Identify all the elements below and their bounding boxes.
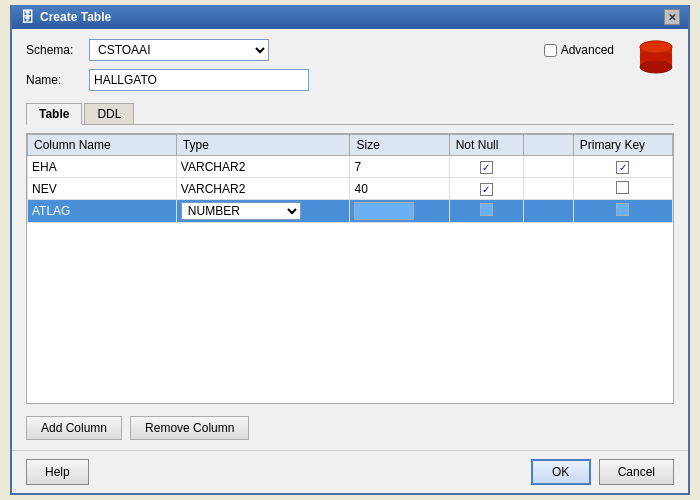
add-column-button[interactable]: Add Column <box>26 416 122 440</box>
name-label: Name: <box>26 73 81 87</box>
not-null-checkbox[interactable] <box>480 203 493 216</box>
close-button[interactable]: ✕ <box>664 9 680 25</box>
col-header-type: Type <box>176 135 350 156</box>
col-header-size: Size <box>350 135 449 156</box>
cell-type[interactable]: NUMBER VARCHAR2 DATE CHAR INTEGER FLOAT <box>176 200 350 223</box>
svg-point-4 <box>640 41 672 53</box>
table-row: ATLAG NUMBER VARCHAR2 DATE CHAR INTEGER … <box>28 200 673 223</box>
remove-column-button[interactable]: Remove Column <box>130 416 249 440</box>
not-null-checkbox[interactable] <box>480 161 493 174</box>
table-row: NEV VARCHAR2 40 <box>28 178 673 200</box>
cell-not-null[interactable] <box>449 200 523 223</box>
action-buttons-row: Add Column Remove Column <box>26 416 674 440</box>
cell-name: EHA <box>28 156 177 178</box>
dialog-footer: Help OK Cancel <box>12 450 688 493</box>
name-row: Name: <box>26 69 674 91</box>
cell-empty <box>524 200 574 223</box>
cell-type: VARCHAR2 <box>176 178 350 200</box>
ok-button[interactable]: OK <box>531 459 591 485</box>
cancel-button[interactable]: Cancel <box>599 459 674 485</box>
help-button[interactable]: Help <box>26 459 89 485</box>
pk-checkbox[interactable] <box>616 161 629 174</box>
cell-type: VARCHAR2 <box>176 156 350 178</box>
advanced-label: Advanced <box>561 43 614 57</box>
title-bar: 🗄 Create Table ✕ <box>12 5 688 29</box>
cell-empty <box>524 178 574 200</box>
cell-name: NEV <box>28 178 177 200</box>
db-icon <box>638 39 674 82</box>
pk-checkbox[interactable] <box>616 203 629 216</box>
type-dropdown[interactable]: NUMBER VARCHAR2 DATE CHAR INTEGER FLOAT <box>181 202 301 220</box>
col-header-name: Column Name <box>28 135 177 156</box>
cell-size[interactable] <box>350 200 449 223</box>
size-input[interactable] <box>354 202 414 220</box>
columns-table: Column Name Type Size Not Null Primary K… <box>27 134 673 223</box>
dialog-icon: 🗄 <box>20 9 34 25</box>
schema-select[interactable]: CSTOAAI <box>89 39 269 61</box>
advanced-checkbox[interactable] <box>544 44 557 57</box>
cell-not-null[interactable] <box>449 178 523 200</box>
dialog-body: Schema: CSTOAAI Advanced <box>12 29 688 450</box>
name-input[interactable] <box>89 69 309 91</box>
cell-not-null[interactable] <box>449 156 523 178</box>
col-header-pk: Primary Key <box>573 135 672 156</box>
cell-pk[interactable] <box>573 200 672 223</box>
schema-row: Schema: CSTOAAI Advanced <box>26 39 674 61</box>
cell-name: ATLAG <box>28 200 177 223</box>
columns-table-container: Column Name Type Size Not Null Primary K… <box>26 133 674 404</box>
table-header-row: Column Name Type Size Not Null Primary K… <box>28 135 673 156</box>
table-row: EHA VARCHAR2 7 <box>28 156 673 178</box>
dialog-title: Create Table <box>40 10 111 24</box>
tab-ddl[interactable]: DDL <box>84 103 134 124</box>
cell-empty <box>524 156 574 178</box>
schema-label: Schema: <box>26 43 81 57</box>
tab-table[interactable]: Table <box>26 103 82 125</box>
pk-checkbox[interactable] <box>616 181 629 194</box>
cell-size: 7 <box>350 156 449 178</box>
col-header-empty <box>524 135 574 156</box>
col-header-notnull: Not Null <box>449 135 523 156</box>
schema-select-wrapper: CSTOAAI <box>89 39 269 61</box>
cell-size: 40 <box>350 178 449 200</box>
cell-pk[interactable] <box>573 178 672 200</box>
tabs-row: Table DDL <box>26 103 674 125</box>
cell-pk[interactable] <box>573 156 672 178</box>
create-table-dialog: 🗄 Create Table ✕ Schema: CSTOAAI Advance… <box>10 5 690 495</box>
not-null-checkbox[interactable] <box>480 183 493 196</box>
